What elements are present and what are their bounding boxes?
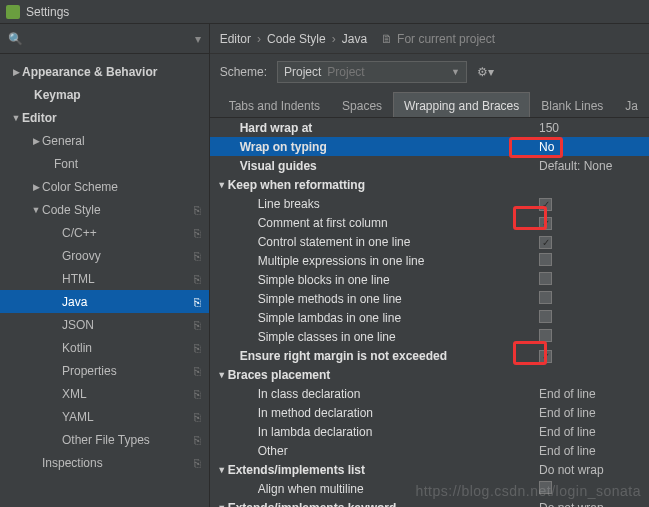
app-icon (6, 5, 20, 19)
checkbox[interactable]: ✓ (539, 217, 552, 230)
checkbox[interactable] (539, 310, 552, 323)
checkbox[interactable] (539, 291, 552, 304)
setting-row[interactable]: ▼Keep when reformatting (210, 175, 649, 194)
setting-label: In method declaration (258, 406, 373, 420)
setting-label: Visual guides (240, 159, 317, 173)
sidebar-item-properties[interactable]: Properties⎘ (0, 359, 209, 382)
checkbox[interactable]: ✓ (539, 350, 552, 363)
setting-label: Other (258, 444, 288, 458)
arrow-icon: ▶ (30, 182, 42, 192)
sidebar-item-keymap[interactable]: Keymap (0, 83, 209, 106)
tab-wrapping-and-braces[interactable]: Wrapping and Braces (393, 92, 530, 118)
sidebar-item-xml[interactable]: XML⎘ (0, 382, 209, 405)
setting-row[interactable]: Line breaks✓ (210, 194, 649, 213)
checkbox[interactable] (539, 272, 552, 285)
scheme-name: Project (284, 65, 321, 79)
setting-value: Do not wrap (539, 501, 604, 508)
sidebar-item-label: Inspections (42, 456, 194, 470)
setting-row[interactable]: Simple methods in one line (210, 289, 649, 308)
chevron-down-icon[interactable]: ▾ (195, 32, 201, 46)
search-input[interactable] (27, 32, 195, 46)
sidebar-item-groovy[interactable]: Groovy⎘ (0, 244, 209, 267)
sidebar-item-other-file-types[interactable]: Other File Types⎘ (0, 428, 209, 451)
setting-row[interactable]: Hard wrap at150 (210, 118, 649, 137)
setting-row[interactable]: In class declarationEnd of line (210, 384, 649, 403)
sidebar-item-c-c-[interactable]: C/C++⎘ (0, 221, 209, 244)
sidebar-item-editor[interactable]: ▼Editor (0, 106, 209, 129)
setting-row[interactable]: Control statement in one line✓ (210, 232, 649, 251)
setting-value: End of line (539, 406, 596, 420)
sidebar-item-label: Code Style (42, 203, 194, 217)
sidebar-item-code-style[interactable]: ▼Code Style⎘ (0, 198, 209, 221)
scheme-dim: Project (327, 65, 364, 79)
setting-row[interactable]: ▼Extends/implements listDo not wrap (210, 460, 649, 479)
setting-label: Line breaks (258, 197, 320, 211)
arrow-icon: ▼ (216, 180, 228, 190)
scheme-label: Scheme: (220, 65, 267, 79)
setting-value: End of line (539, 425, 596, 439)
sidebar-item-html[interactable]: HTML⎘ (0, 267, 209, 290)
sidebar-item-color-scheme[interactable]: ▶Color Scheme (0, 175, 209, 198)
sidebar-item-java[interactable]: Java⎘ (0, 290, 209, 313)
scope-icon: ⎘ (194, 411, 201, 423)
setting-row[interactable]: Wrap on typingNo (210, 137, 649, 156)
arrow-icon: ▶ (10, 67, 22, 77)
tab-spaces[interactable]: Spaces (331, 92, 393, 118)
setting-label: Hard wrap at (240, 121, 313, 135)
sidebar-item-label: Color Scheme (42, 180, 201, 194)
setting-row[interactable]: Simple lambdas in one line (210, 308, 649, 327)
sidebar-item-label: Keymap (34, 88, 201, 102)
tab-blank-lines[interactable]: Blank Lines (530, 92, 614, 118)
setting-label: Braces placement (228, 368, 331, 382)
setting-label: Multiple expressions in one line (258, 254, 425, 268)
setting-row[interactable]: In method declarationEnd of line (210, 403, 649, 422)
search-icon: 🔍 (8, 32, 23, 46)
setting-row[interactable]: Visual guidesDefault: None (210, 156, 649, 175)
sidebar-item-kotlin[interactable]: Kotlin⎘ (0, 336, 209, 359)
setting-row[interactable]: In lambda declarationEnd of line (210, 422, 649, 441)
chevron-right-icon: › (257, 32, 261, 46)
sidebar-item-font[interactable]: Font (0, 152, 209, 175)
setting-row[interactable]: Ensure right margin is not exceeded✓ (210, 346, 649, 365)
sidebar-item-json[interactable]: JSON⎘ (0, 313, 209, 336)
settings-tree: ▶Appearance & BehaviorKeymap▼Editor▶Gene… (0, 54, 209, 507)
tab-tabs-and-indents[interactable]: Tabs and Indents (218, 92, 331, 118)
sidebar-item-inspections[interactable]: Inspections⎘ (0, 451, 209, 474)
sidebar-item-label: Groovy (62, 249, 194, 263)
sidebar-item-label: XML (62, 387, 194, 401)
scheme-select[interactable]: Project Project ▼ (277, 61, 467, 83)
checkbox[interactable] (539, 329, 552, 342)
sidebar-item-label: Kotlin (62, 341, 194, 355)
setting-row[interactable]: ▼Braces placement (210, 365, 649, 384)
tab-ja[interactable]: Ja (614, 92, 649, 118)
sidebar-item-label: Java (62, 295, 194, 309)
setting-row[interactable]: Simple blocks in one line (210, 270, 649, 289)
checkbox[interactable]: ✓ (539, 198, 552, 211)
checkbox[interactable] (539, 253, 552, 266)
setting-row[interactable]: Align when multiline (210, 479, 649, 498)
scope-icon: ⎘ (194, 388, 201, 400)
setting-row[interactable]: OtherEnd of line (210, 441, 649, 460)
crumb-editor[interactable]: Editor (220, 32, 251, 46)
arrow-icon: ▼ (216, 465, 228, 475)
sidebar-item-yaml[interactable]: YAML⎘ (0, 405, 209, 428)
chevron-right-icon: › (332, 32, 336, 46)
gear-icon[interactable]: ⚙▾ (477, 65, 494, 79)
scope-icon: ⎘ (194, 227, 201, 239)
setting-row[interactable]: Multiple expressions in one line (210, 251, 649, 270)
setting-row[interactable]: Comment at first column✓ (210, 213, 649, 232)
search-bar[interactable]: 🔍 ▾ (0, 24, 209, 54)
sidebar-item-general[interactable]: ▶General (0, 129, 209, 152)
crumb-code-style[interactable]: Code Style (267, 32, 326, 46)
sidebar-item-appearance-behavior[interactable]: ▶Appearance & Behavior (0, 60, 209, 83)
checkbox[interactable]: ✓ (539, 236, 552, 249)
setting-label: Simple blocks in one line (258, 273, 390, 287)
setting-row[interactable]: Simple classes in one line (210, 327, 649, 346)
crumb-java[interactable]: Java (342, 32, 367, 46)
setting-row[interactable]: ▼Extends/implements keywordDo not wrap (210, 498, 649, 507)
checkbox[interactable] (539, 481, 552, 494)
settings-list: Hard wrap at150Wrap on typingNoVisual gu… (210, 118, 649, 507)
setting-label: Control statement in one line (258, 235, 411, 249)
sidebar-item-label: YAML (62, 410, 194, 424)
setting-label: Simple classes in one line (258, 330, 396, 344)
